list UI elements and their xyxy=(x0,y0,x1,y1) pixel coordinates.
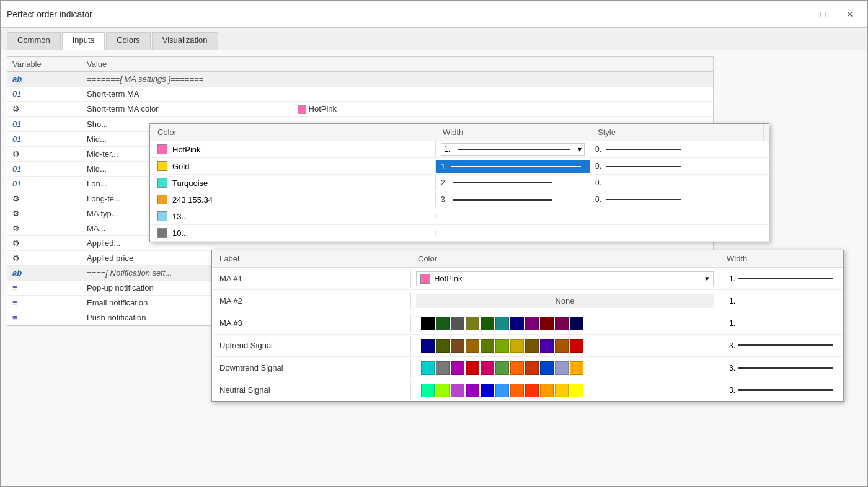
color-chip[interactable] xyxy=(466,384,479,397)
color-row-gold[interactable]: Gold 1. 0. xyxy=(150,158,769,175)
orange-box xyxy=(157,195,167,204)
main-window: Perfect order indicator — □ ✕ Common Inp… xyxy=(0,0,868,487)
color-chip[interactable] xyxy=(451,384,464,397)
color-chip[interactable] xyxy=(451,317,464,330)
downtrend-color-cell[interactable] xyxy=(410,358,719,378)
uptrend-width-cell: 3. xyxy=(719,338,843,354)
color-chip[interactable] xyxy=(510,361,524,375)
color-chip[interactable] xyxy=(495,384,509,397)
color-chip[interactable] xyxy=(480,361,494,375)
color-chip[interactable] xyxy=(466,317,479,330)
color-chip[interactable] xyxy=(540,339,554,353)
color-row-turquoise[interactable]: Turquoise 2. 0. xyxy=(150,175,769,191)
color-chip[interactable] xyxy=(421,384,435,397)
color-chip[interactable] xyxy=(525,339,539,353)
tab-visualization[interactable]: Visualization xyxy=(152,32,218,50)
width-cell-3[interactable]: 2. xyxy=(435,175,590,190)
width-cell-6[interactable] xyxy=(435,231,590,235)
neutral-color-cell[interactable] xyxy=(410,380,719,400)
color-chip[interactable] xyxy=(480,339,494,353)
width-line xyxy=(738,323,833,323)
style-cell-2: 0. xyxy=(590,159,764,173)
ma1-color-cell[interactable]: HotPink ▾ xyxy=(410,270,719,288)
color-label: 13... xyxy=(172,212,188,221)
width-line xyxy=(458,149,570,150)
color-row-hotpink[interactable]: HotPink 1. ▾ 0. xyxy=(150,141,769,158)
maximize-button[interactable]: □ xyxy=(812,6,834,23)
table-row[interactable]: 01 Short-term MA xyxy=(7,87,713,102)
color-chip[interactable] xyxy=(525,361,539,375)
color-chip[interactable] xyxy=(495,361,509,375)
ma3-color-grid xyxy=(416,315,714,331)
color-chip[interactable] xyxy=(466,339,479,353)
color-chip[interactable] xyxy=(480,317,494,330)
color-chip[interactable] xyxy=(555,361,569,375)
width-line xyxy=(738,367,833,369)
color-chip[interactable] xyxy=(510,317,524,330)
color-chip[interactable] xyxy=(421,361,435,375)
color-chip[interactable] xyxy=(495,317,509,330)
uptrend-color-cell[interactable] xyxy=(410,336,719,356)
style-line xyxy=(606,149,681,150)
tab-inputs[interactable]: Inputs xyxy=(62,32,105,50)
color-chip[interactable] xyxy=(495,339,509,353)
style-cell-5 xyxy=(590,214,764,218)
color-chip[interactable] xyxy=(555,384,569,397)
width-cell-1[interactable]: 1. ▾ xyxy=(435,141,590,157)
color-label: 243.155.34 xyxy=(172,195,213,204)
tab-colors[interactable]: Colors xyxy=(106,32,151,50)
color-cell: Turquoise xyxy=(150,175,435,191)
ma1-color-dropdown[interactable]: HotPink ▾ xyxy=(416,271,714,286)
gold-box xyxy=(157,161,167,171)
color-chip[interactable] xyxy=(570,384,583,397)
icon-settings: ⚙ xyxy=(12,239,20,248)
color-chip[interactable] xyxy=(466,361,479,375)
color-chip[interactable] xyxy=(570,361,583,375)
color-row-lightblue[interactable]: 13... xyxy=(150,208,769,225)
close-button[interactable]: ✕ xyxy=(839,6,861,23)
color-chip[interactable] xyxy=(525,317,539,330)
col-value: Value xyxy=(82,57,713,72)
color-cell: 243.155.34 xyxy=(150,191,435,208)
width-line xyxy=(738,389,833,391)
tab-common[interactable]: Common xyxy=(7,32,61,50)
color-chip[interactable] xyxy=(555,339,569,353)
width-cell-4[interactable]: 3. xyxy=(435,192,590,207)
color-chip[interactable] xyxy=(421,339,435,353)
color-chip[interactable] xyxy=(540,317,554,330)
color-chip[interactable] xyxy=(510,339,524,353)
color-chip[interactable] xyxy=(436,361,450,375)
color-row-gray[interactable]: 10... xyxy=(150,225,769,242)
color-chip[interactable] xyxy=(540,361,554,375)
style-cell-3: 0. xyxy=(590,175,764,190)
color-chip[interactable] xyxy=(451,339,464,353)
color-chip[interactable] xyxy=(510,384,524,397)
color-chip[interactable] xyxy=(570,339,583,353)
ma3-label: MA #3 xyxy=(212,315,410,331)
width-cell-5[interactable] xyxy=(435,214,590,218)
tab-bar: Common Inputs Colors Visualization xyxy=(1,28,867,50)
ma3-color-cell[interactable] xyxy=(410,314,719,333)
color-chip[interactable] xyxy=(436,384,450,397)
color-chip[interactable] xyxy=(480,384,494,397)
table-row[interactable]: ⚙ Short-term MA color HotPink xyxy=(7,102,713,117)
neutral-row: Neutral Signal xyxy=(212,379,843,401)
width-cell-2[interactable]: 1. xyxy=(435,160,590,173)
icon-push: ≡ xyxy=(12,313,17,322)
color-chip[interactable] xyxy=(555,317,569,330)
color-chip[interactable] xyxy=(421,317,435,330)
color-chip[interactable] xyxy=(570,317,583,330)
minimize-button[interactable]: — xyxy=(784,6,807,23)
color-row-orange[interactable]: 243.155.34 3. 0. xyxy=(150,191,769,208)
ma2-color-cell[interactable]: None xyxy=(410,292,719,310)
window-controls: — □ ✕ xyxy=(784,6,861,23)
color-chip[interactable] xyxy=(436,339,450,353)
icon-ab: ab xyxy=(12,74,22,84)
width-select[interactable]: 1. ▾ xyxy=(441,143,585,156)
color-chip[interactable] xyxy=(451,361,464,375)
width-line-selected xyxy=(451,166,581,167)
icon-email: ≡ xyxy=(12,298,17,307)
color-chip[interactable] xyxy=(436,317,450,330)
color-chip[interactable] xyxy=(540,384,554,397)
color-chip[interactable] xyxy=(525,384,539,397)
